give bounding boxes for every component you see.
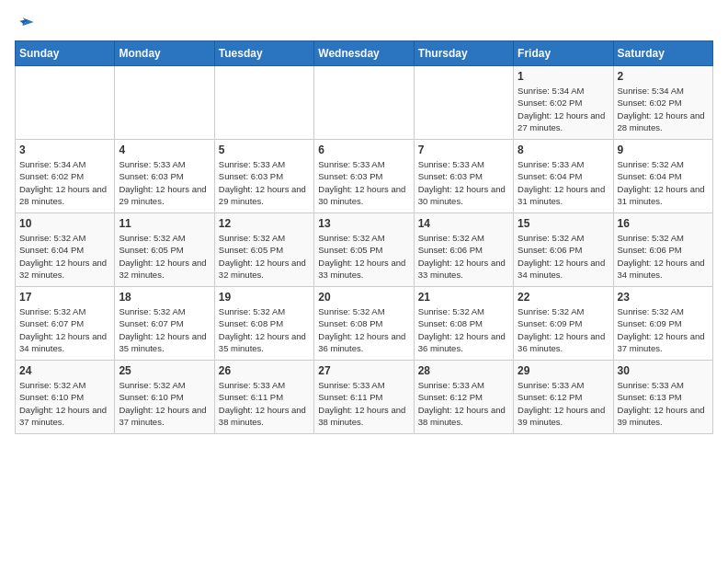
day-number: 7 xyxy=(418,144,509,156)
day-info: Sunrise: 5:32 AM Sunset: 6:08 PM Dayligh… xyxy=(219,305,310,354)
day-info: Sunrise: 5:33 AM Sunset: 6:12 PM Dayligh… xyxy=(418,379,509,428)
day-cell: 2Sunrise: 5:34 AM Sunset: 6:02 PM Daylig… xyxy=(613,66,712,140)
day-number: 14 xyxy=(418,217,509,230)
day-cell: 7Sunrise: 5:33 AM Sunset: 6:03 PM Daylig… xyxy=(414,140,513,213)
day-cell: 10Sunrise: 5:32 AM Sunset: 6:04 PM Dayli… xyxy=(16,213,115,287)
day-cell: 21Sunrise: 5:32 AM Sunset: 6:08 PM Dayli… xyxy=(414,287,513,361)
day-number: 25 xyxy=(119,364,210,377)
day-header-sunday: Sunday xyxy=(16,41,115,66)
day-cell: 9Sunrise: 5:32 AM Sunset: 6:04 PM Daylig… xyxy=(613,140,712,213)
day-header-tuesday: Tuesday xyxy=(214,41,313,66)
header-row: SundayMondayTuesdayWednesdayThursdayFrid… xyxy=(16,41,713,66)
day-cell: 5Sunrise: 5:33 AM Sunset: 6:03 PM Daylig… xyxy=(214,140,313,213)
day-info: Sunrise: 5:33 AM Sunset: 6:04 PM Dayligh… xyxy=(518,158,609,207)
day-number: 24 xyxy=(19,364,110,377)
day-info: Sunrise: 5:34 AM Sunset: 6:02 PM Dayligh… xyxy=(618,85,709,133)
week-row-4: 17Sunrise: 5:32 AM Sunset: 6:07 PM Dayli… xyxy=(16,287,713,361)
day-info: Sunrise: 5:32 AM Sunset: 6:06 PM Dayligh… xyxy=(518,232,609,281)
day-info: Sunrise: 5:32 AM Sunset: 6:10 PM Dayligh… xyxy=(119,379,210,428)
day-number: 19 xyxy=(219,291,310,304)
day-number: 17 xyxy=(19,291,110,304)
day-number: 3 xyxy=(19,144,110,156)
day-cell: 17Sunrise: 5:32 AM Sunset: 6:07 PM Dayli… xyxy=(16,287,115,361)
day-info: Sunrise: 5:33 AM Sunset: 6:11 PM Dayligh… xyxy=(219,379,310,428)
day-number: 22 xyxy=(518,291,609,304)
calendar-table: SundayMondayTuesdayWednesdayThursdayFrid… xyxy=(15,40,713,434)
day-number: 10 xyxy=(19,217,110,230)
day-cell: 6Sunrise: 5:33 AM Sunset: 6:03 PM Daylig… xyxy=(314,140,414,213)
day-cell xyxy=(314,66,414,140)
logo xyxy=(15,15,35,33)
day-info: Sunrise: 5:32 AM Sunset: 6:08 PM Dayligh… xyxy=(318,305,409,354)
week-row-1: 1Sunrise: 5:34 AM Sunset: 6:02 PM Daylig… xyxy=(16,66,713,140)
day-cell: 16Sunrise: 5:32 AM Sunset: 6:06 PM Dayli… xyxy=(613,213,712,287)
day-cell: 3Sunrise: 5:34 AM Sunset: 6:02 PM Daylig… xyxy=(16,140,115,213)
day-info: Sunrise: 5:34 AM Sunset: 6:02 PM Dayligh… xyxy=(518,85,609,133)
day-info: Sunrise: 5:32 AM Sunset: 6:09 PM Dayligh… xyxy=(618,305,709,354)
day-number: 26 xyxy=(219,364,310,377)
day-info: Sunrise: 5:32 AM Sunset: 6:04 PM Dayligh… xyxy=(19,232,110,281)
page-header xyxy=(15,15,713,33)
day-cell: 15Sunrise: 5:32 AM Sunset: 6:06 PM Dayli… xyxy=(514,213,613,287)
day-number: 1 xyxy=(518,70,609,83)
day-cell: 12Sunrise: 5:32 AM Sunset: 6:05 PM Dayli… xyxy=(214,213,313,287)
week-row-5: 24Sunrise: 5:32 AM Sunset: 6:10 PM Dayli… xyxy=(16,361,713,434)
day-cell: 4Sunrise: 5:33 AM Sunset: 6:03 PM Daylig… xyxy=(115,140,214,213)
day-info: Sunrise: 5:34 AM Sunset: 6:02 PM Dayligh… xyxy=(19,158,110,207)
day-number: 27 xyxy=(318,364,409,377)
day-cell: 1Sunrise: 5:34 AM Sunset: 6:02 PM Daylig… xyxy=(514,66,613,140)
day-number: 15 xyxy=(518,217,609,230)
day-cell: 24Sunrise: 5:32 AM Sunset: 6:10 PM Dayli… xyxy=(16,361,115,434)
day-cell: 11Sunrise: 5:32 AM Sunset: 6:05 PM Dayli… xyxy=(115,213,214,287)
day-number: 9 xyxy=(618,144,709,156)
day-info: Sunrise: 5:33 AM Sunset: 6:13 PM Dayligh… xyxy=(618,379,709,428)
day-cell: 29Sunrise: 5:33 AM Sunset: 6:12 PM Dayli… xyxy=(514,361,613,434)
day-info: Sunrise: 5:32 AM Sunset: 6:07 PM Dayligh… xyxy=(119,305,210,354)
day-header-friday: Friday xyxy=(514,41,613,66)
day-cell: 25Sunrise: 5:32 AM Sunset: 6:10 PM Dayli… xyxy=(115,361,214,434)
day-number: 30 xyxy=(618,364,709,377)
day-number: 20 xyxy=(318,291,409,304)
day-number: 28 xyxy=(418,364,509,377)
day-cell: 30Sunrise: 5:33 AM Sunset: 6:13 PM Dayli… xyxy=(613,361,712,434)
day-number: 16 xyxy=(618,217,709,230)
day-info: Sunrise: 5:32 AM Sunset: 6:04 PM Dayligh… xyxy=(618,158,709,207)
day-cell: 19Sunrise: 5:32 AM Sunset: 6:08 PM Dayli… xyxy=(214,287,313,361)
day-info: Sunrise: 5:33 AM Sunset: 6:03 PM Dayligh… xyxy=(219,158,310,207)
day-cell: 18Sunrise: 5:32 AM Sunset: 6:07 PM Dayli… xyxy=(115,287,214,361)
day-cell: 8Sunrise: 5:33 AM Sunset: 6:04 PM Daylig… xyxy=(514,140,613,213)
day-cell: 22Sunrise: 5:32 AM Sunset: 6:09 PM Dayli… xyxy=(514,287,613,361)
day-info: Sunrise: 5:33 AM Sunset: 6:03 PM Dayligh… xyxy=(418,158,509,207)
day-header-thursday: Thursday xyxy=(414,41,513,66)
day-info: Sunrise: 5:33 AM Sunset: 6:12 PM Dayligh… xyxy=(518,379,609,428)
day-cell: 20Sunrise: 5:32 AM Sunset: 6:08 PM Dayli… xyxy=(314,287,414,361)
day-number: 13 xyxy=(318,217,409,230)
day-header-wednesday: Wednesday xyxy=(314,41,414,66)
day-cell: 27Sunrise: 5:33 AM Sunset: 6:11 PM Dayli… xyxy=(314,361,414,434)
day-number: 29 xyxy=(518,364,609,377)
day-cell xyxy=(214,66,313,140)
day-info: Sunrise: 5:32 AM Sunset: 6:05 PM Dayligh… xyxy=(119,232,210,281)
day-number: 11 xyxy=(119,217,210,230)
day-info: Sunrise: 5:33 AM Sunset: 6:03 PM Dayligh… xyxy=(318,158,409,207)
day-info: Sunrise: 5:32 AM Sunset: 6:09 PM Dayligh… xyxy=(518,305,609,354)
day-number: 2 xyxy=(618,70,709,83)
day-info: Sunrise: 5:32 AM Sunset: 6:10 PM Dayligh… xyxy=(19,379,110,428)
logo-bird-icon xyxy=(17,15,35,33)
day-header-saturday: Saturday xyxy=(613,41,712,66)
day-cell xyxy=(16,66,115,140)
day-cell: 26Sunrise: 5:33 AM Sunset: 6:11 PM Dayli… xyxy=(214,361,313,434)
day-number: 5 xyxy=(219,144,310,156)
day-header-monday: Monday xyxy=(115,41,214,66)
day-info: Sunrise: 5:33 AM Sunset: 6:11 PM Dayligh… xyxy=(318,379,409,428)
day-number: 18 xyxy=(119,291,210,304)
day-cell: 13Sunrise: 5:32 AM Sunset: 6:05 PM Dayli… xyxy=(314,213,414,287)
day-info: Sunrise: 5:32 AM Sunset: 6:05 PM Dayligh… xyxy=(219,232,310,281)
day-number: 23 xyxy=(618,291,709,304)
day-cell: 23Sunrise: 5:32 AM Sunset: 6:09 PM Dayli… xyxy=(613,287,712,361)
day-info: Sunrise: 5:32 AM Sunset: 6:06 PM Dayligh… xyxy=(618,232,709,281)
day-info: Sunrise: 5:32 AM Sunset: 6:08 PM Dayligh… xyxy=(418,305,509,354)
week-row-3: 10Sunrise: 5:32 AM Sunset: 6:04 PM Dayli… xyxy=(16,213,713,287)
day-info: Sunrise: 5:33 AM Sunset: 6:03 PM Dayligh… xyxy=(119,158,210,207)
day-info: Sunrise: 5:32 AM Sunset: 6:06 PM Dayligh… xyxy=(418,232,509,281)
